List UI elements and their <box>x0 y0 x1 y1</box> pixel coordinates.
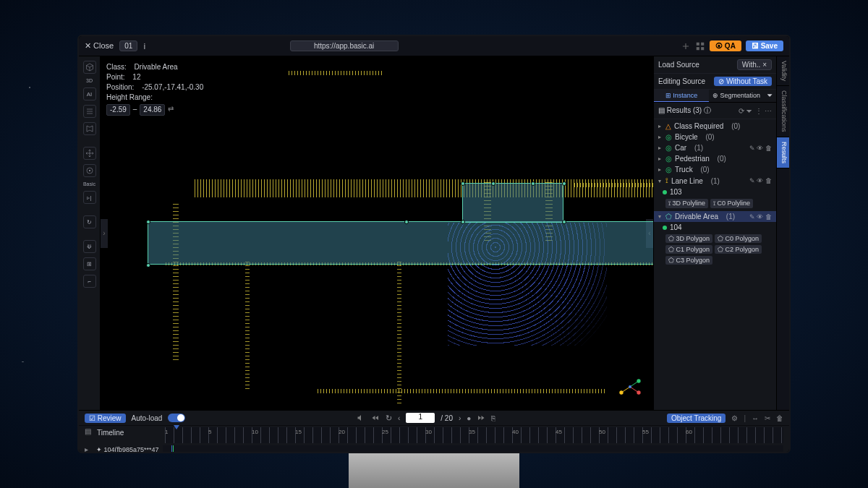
timeline-ruler[interactable]: 151015202530354045505560 <box>165 427 783 443</box>
cube-tool[interactable] <box>83 61 96 74</box>
node-drivable-actions[interactable]: ✎ 👁 🗑 <box>749 213 772 221</box>
load-source-value[interactable]: With.. × <box>737 59 772 70</box>
height-max-input[interactable]: 24.86 <box>140 104 165 116</box>
save-button[interactable]: 🖫 Save <box>746 40 783 51</box>
object-tracking-button[interactable]: Object Tracking <box>667 414 726 423</box>
monitor-stand <box>349 453 519 488</box>
ai-tool[interactable]: AI <box>83 87 96 100</box>
node-car-actions[interactable]: ✎ 👁 🗑 <box>749 145 772 152</box>
chip-3d-polygon[interactable]: ⬠ 3D Polygon <box>665 234 712 243</box>
app-window: ✕ Close 01 i https://app.basic.ai ⦿ QA 🖫… <box>77 35 791 453</box>
selection-info: Class: Drivable Area Point: 12 Position:… <box>106 62 203 116</box>
svg-point-10 <box>619 390 623 394</box>
chip-c3-polygon[interactable]: ⬠ C3 Polygon <box>665 256 712 265</box>
svg-rect-1 <box>701 42 704 45</box>
play-icon[interactable]: ● <box>467 414 471 422</box>
svg-rect-2 <box>697 47 699 50</box>
target-tool[interactable] <box>83 164 96 177</box>
close-button[interactable]: ✕ Close <box>85 41 114 51</box>
3d-label: 3D <box>86 78 93 83</box>
chip-c2-polygon[interactable]: ⬠ C2 Polygon <box>715 245 762 254</box>
node-car[interactable]: ▸◎Car (1)✎ 👁 🗑 <box>654 142 776 153</box>
url-field[interactable]: https://app.basic.ai <box>290 40 399 51</box>
forward-icon[interactable] <box>477 414 485 422</box>
info-icon[interactable]: i <box>143 42 145 51</box>
grid-icon[interactable] <box>695 41 705 51</box>
svg-point-5 <box>89 170 90 171</box>
filter-tool[interactable]: ⟱ <box>83 240 96 253</box>
right-panel: Load Source With.. × Editing Source ⊘ Wi… <box>653 56 789 410</box>
timeline-collapse-icon[interactable]: ▤ <box>85 427 91 435</box>
track-segment-bar[interactable] <box>163 445 783 453</box>
next-frame-icon[interactable]: › <box>459 414 461 422</box>
refresh-tool[interactable]: ↻ <box>83 215 96 228</box>
svg-point-9 <box>637 379 640 382</box>
rewind-icon[interactable] <box>371 414 380 422</box>
polyline-tool[interactable] <box>83 105 96 118</box>
trash-icon[interactable]: 🗑 <box>776 414 783 422</box>
align-icon[interactable]: ↔ <box>752 414 759 422</box>
svg-rect-0 <box>697 42 699 45</box>
cut-icon[interactable]: ✂ <box>765 414 770 422</box>
link-toggle-icon[interactable]: ⇄ <box>168 104 174 116</box>
sidetab-classifications[interactable]: Classifications <box>777 86 789 137</box>
results-header: ▤ Results (3) ⓘ <box>658 106 711 116</box>
sidetab-validity[interactable]: Validity <box>777 56 789 86</box>
gear-icon[interactable]: ⚙ <box>731 414 738 422</box>
chip-c1-polygon[interactable]: ⬠ C1 Polygon <box>665 245 712 254</box>
tab-instance[interactable]: ⊞ Instance <box>654 90 709 102</box>
node-bicycle[interactable]: ▸◎Bicycle (0) <box>654 132 776 142</box>
timeline-label: Timeline <box>97 427 159 437</box>
chip-c0-polyline[interactable]: ⟟ C0 Polyline <box>710 199 753 208</box>
editing-source-label: Editing Source <box>658 77 705 85</box>
node-laneline-actions[interactable]: ✎ 👁 🗑 <box>749 177 772 184</box>
frame-input[interactable]: 1 <box>406 413 435 423</box>
entry-103[interactable]: 103 <box>654 187 776 197</box>
skip-tool[interactable]: ▹| <box>83 191 96 204</box>
load-source-label: Load Source <box>658 61 699 69</box>
drivable-area-polygon[interactable] <box>148 221 653 265</box>
height-min-input[interactable]: -2.59 <box>106 104 130 116</box>
chip-c0-polygon[interactable]: ⬠ C0 Polygon <box>715 234 762 243</box>
qa-button[interactable]: ⦿ QA <box>710 40 741 51</box>
autoload-toggle[interactable] <box>168 414 185 422</box>
axis-gizmo[interactable] <box>616 372 644 401</box>
tab-filter-icon[interactable]: ⏷ <box>764 90 776 102</box>
audio-icon[interactable] <box>357 414 365 422</box>
chip-3d-polyline[interactable]: ⟟ 3D Polyline <box>665 199 708 208</box>
move-tool[interactable] <box>83 147 96 160</box>
reload-icon[interactable]: ↻ <box>386 414 392 423</box>
track-expand-icon[interactable]: ▸ <box>85 445 92 453</box>
polygon-tool[interactable] <box>83 122 96 135</box>
basic-label: Basic <box>83 181 95 187</box>
topbar: ✕ Close 01 i https://app.basic.ai ⦿ QA 🖫… <box>79 36 789 56</box>
prev-frame-icon[interactable]: ‹ <box>398 414 400 422</box>
node-drivable-area[interactable]: ▾⬠Drivable Area (1)✎ 👁 🗑 <box>654 211 776 222</box>
3d-viewport[interactable]: › ‹ <box>101 56 653 410</box>
svg-point-11 <box>637 390 640 394</box>
drivable-area-polygon-north[interactable] <box>462 183 563 223</box>
review-button[interactable]: ☑ Review <box>85 414 126 423</box>
ruler-tool[interactable]: ⌐ <box>83 275 96 288</box>
sidetab-results[interactable]: Results <box>777 137 789 168</box>
right-side-tabs: Validity Classifications Results <box>776 56 789 410</box>
frame-total: / 20 <box>441 414 453 422</box>
tab-segmentation[interactable]: ⊕ Segmentation <box>709 90 764 102</box>
grid-tool[interactable]: ⊞ <box>83 257 96 270</box>
bottom-bar: ☑ Review Auto-load ↻ ‹ 1 / 20 › ● ⎘ Obje… <box>79 410 789 452</box>
node-truck[interactable]: ▸◎Truck (0) <box>654 164 776 175</box>
autoload-label: Auto-load <box>132 414 163 422</box>
without-task-button[interactable]: ⊘ Without Task <box>714 77 772 86</box>
node-pedestrian[interactable]: ▸◎Pedestrian (0) <box>654 153 776 164</box>
frame-badge: 01 <box>119 40 137 51</box>
left-toolbar: 3D AI Basic ▹| ↻ ⟱ ⊞ ⌐ <box>79 56 101 410</box>
node-class-required[interactable]: ▸△Class Required (0) <box>654 121 776 132</box>
loop-icon[interactable]: ⎘ <box>491 414 495 422</box>
results-tree: ▸△Class Required (0) ▸◎Bicycle (0) ▸◎Car… <box>654 119 776 269</box>
entry-104[interactable]: 104 <box>654 222 776 233</box>
node-laneline[interactable]: ▾⟟Lane Line (1)✎ 👁 🗑 <box>654 175 776 187</box>
settings-icon[interactable] <box>681 41 691 51</box>
svg-point-12 <box>629 385 631 388</box>
svg-rect-3 <box>701 47 704 50</box>
track-id[interactable]: ✦ 104(fb985a75***478357520541) <box>96 445 158 453</box>
